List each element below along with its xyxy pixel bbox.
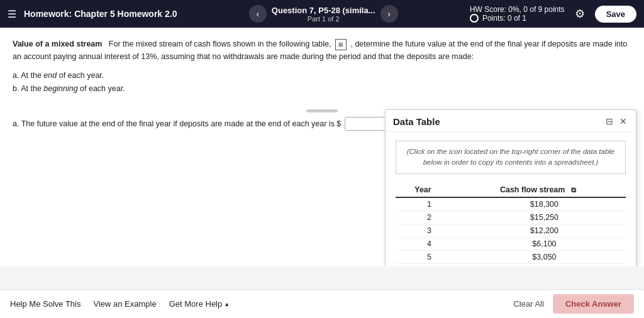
table-row: 5$3,050	[396, 250, 626, 263]
cell-cashflow: $15,250	[463, 211, 626, 224]
cell-cashflow: $18,300	[463, 197, 626, 211]
problem-intro-text: For the mixed stream of cash flows shown…	[109, 40, 331, 48]
modal-note: (Click on the icon located on the top-ri…	[396, 141, 626, 174]
question-info: Question 7, P5-28 (simila... Part 1 of 2	[272, 6, 375, 23]
cell-cashflow: $12,200	[463, 224, 626, 237]
col-cashflow-header: Cash flow stream ⧉	[463, 183, 626, 197]
nav-center: ‹ Question 7, P5-28 (simila... Part 1 of…	[185, 5, 462, 23]
answer-label: a. The future value at the end of the fi…	[13, 119, 341, 128]
sub-label-b: b. At the beginning of each year.	[13, 82, 631, 96]
settings-button[interactable]: ⚙	[575, 7, 585, 21]
copy-icon[interactable]: ⧉	[571, 186, 576, 194]
cell-year: 1	[396, 197, 463, 211]
hw-score-label: HW Score: 0%, 0 of 9 points	[470, 5, 565, 14]
top-nav: ☰ Homework: Chapter 5 Homework 2.0 ‹ Que…	[0, 0, 644, 28]
prev-question-button[interactable]: ‹	[249, 5, 267, 23]
modal-title: Data Table	[393, 116, 440, 127]
cell-year: 5	[396, 250, 463, 263]
modal-controls: ⊟ ✕	[604, 115, 628, 128]
table-row: 4$6,100	[396, 237, 626, 250]
points-label: Points: 0 of 1	[482, 14, 526, 23]
modal-minimize-button[interactable]: ⊟	[604, 115, 614, 128]
problem-intro: Value of a mixed stream For the mixed st…	[13, 38, 631, 63]
sub-label-a: a. At the end of each year.	[13, 69, 631, 82]
modal-body: (Click on the icon located on the top-ri…	[386, 132, 636, 266]
col-year-header: Year	[396, 183, 463, 197]
hamburger-icon[interactable]: ☰	[8, 8, 16, 20]
modal-header: Data Table ⊟ ✕	[386, 110, 636, 132]
cash-flow-table: Year Cash flow stream ⧉ 1$18,3002$15,250…	[396, 183, 626, 264]
table-row: 2$15,250	[396, 211, 626, 224]
data-table-modal: Data Table ⊟ ✕ (Click on the icon locate…	[385, 109, 636, 266]
cell-year: 4	[396, 237, 463, 250]
table-row: 3$12,200	[396, 224, 626, 237]
hw-score-display: HW Score: 0%, 0 of 9 points Points: 0 of…	[470, 5, 565, 23]
nav-right: HW Score: 0%, 0 of 9 points Points: 0 of…	[470, 5, 636, 23]
question-title: Question 7, P5-28 (simila...	[272, 6, 375, 15]
data-table-icon[interactable]: ⊞	[335, 39, 347, 50]
problem-term: Value of a mixed stream	[13, 40, 102, 48]
homework-title: Homework: Chapter 5 Homework 2.0	[24, 9, 177, 19]
circle-icon	[470, 14, 479, 23]
main-content: Value of a mixed stream For the mixed st…	[0, 28, 644, 266]
modal-close-button[interactable]: ✕	[618, 115, 628, 128]
sub-labels: a. At the end of each year. b. At the be…	[13, 69, 631, 96]
next-question-button[interactable]: ›	[380, 5, 398, 23]
save-button[interactable]: Save	[595, 6, 636, 23]
table-row: 1$18,300	[396, 197, 626, 211]
cell-year: 3	[396, 224, 463, 237]
question-subtitle: Part 1 of 2	[272, 15, 375, 23]
cell-cashflow: $6,100	[463, 237, 626, 250]
cell-year: 2	[396, 211, 463, 224]
points-row: Points: 0 of 1	[470, 14, 565, 23]
answer-input[interactable]	[345, 117, 389, 131]
homework-prefix: Homework:	[24, 9, 72, 19]
cell-cashflow: $3,050	[463, 250, 626, 263]
scroll-bar	[306, 109, 338, 112]
homework-chapter: Chapter 5 Homework 2.0	[74, 9, 177, 19]
